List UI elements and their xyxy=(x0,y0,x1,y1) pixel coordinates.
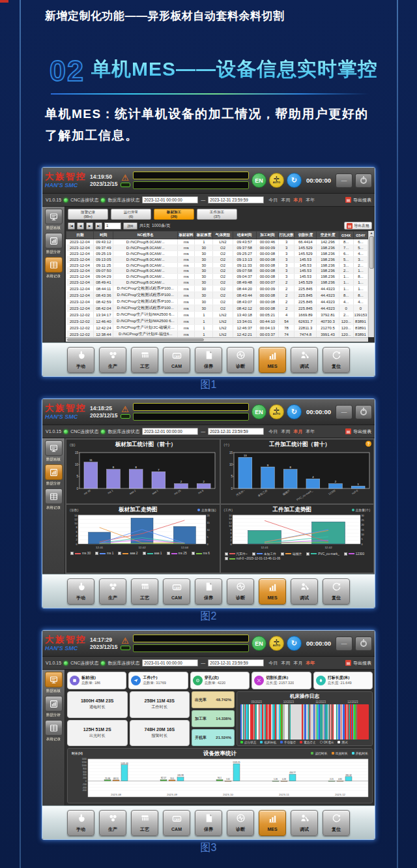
table-row[interactable]: 2023-12-0408:42:59D:/NCProg/交检测试程序/P100.… xyxy=(66,299,368,305)
toolbar-button-保养[interactable]: 保养 xyxy=(195,347,222,373)
toolbar-button-诊断[interactable]: 诊断 xyxy=(227,578,254,605)
table-row[interactable]: 2023-12-0213:34:17D:/NCProg/生产计划/MA2500 … xyxy=(66,312,368,318)
quick-range-link[interactable]: 本周 xyxy=(281,660,290,666)
sidebar-item-analysis[interactable]: 数据分析 xyxy=(45,233,63,255)
table-row[interactable]: 2023-12-0409:37:49D:/NCProg/8.0CAM/...ms… xyxy=(66,245,368,250)
legend-checkbox[interactable]: ✓ xyxy=(344,552,347,556)
toolbar-button-手动[interactable]: 手动 xyxy=(67,347,94,373)
quick-range-link[interactable]: 本周 xyxy=(281,197,290,203)
date-from-input[interactable]: 2023-12-01 00:00:00 xyxy=(142,428,198,435)
record-tab-0[interactable]: 报警记录(99+) xyxy=(68,209,108,220)
toolbar-button-复位[interactable]: 复位 xyxy=(323,578,350,605)
page-number-input[interactable]: 1 xyxy=(104,222,121,230)
toolbar-button-生产[interactable]: 生产 xyxy=(99,578,126,605)
date-to-input[interactable]: 2023-12-31 23:59:59 xyxy=(208,659,264,666)
table-row[interactable]: 2023-12-0409:11:25D:/NCProg/8.0CAM/...ms… xyxy=(66,262,368,268)
toolbar-button-生产[interactable]: 生产 xyxy=(99,347,126,373)
toolbar-button-复位[interactable]: 复位 xyxy=(323,347,350,373)
toolbar-button-手动[interactable]: 手动 xyxy=(67,810,94,836)
table-row[interactable]: 2023-12-0408:42:04D:/NCProg/交检测试程序/P100.… xyxy=(66,305,368,312)
first-page-button[interactable]: |◀ xyxy=(68,222,75,230)
toolbar-button-cam[interactable]: CAMCAM xyxy=(163,347,190,373)
quick-range-link[interactable]: 本月 xyxy=(293,660,302,666)
sync-button[interactable]: ↻ xyxy=(287,636,302,651)
quick-range-link[interactable]: 本年 xyxy=(306,428,315,435)
sidebar-item-records[interactable]: 表格记录 xyxy=(45,257,63,279)
record-tab-1[interactable]: 运行异常(6) xyxy=(111,209,151,220)
date-to-input[interactable]: 2023-12-31 23:59:59 xyxy=(208,428,264,435)
toolbar-button-调试[interactable]: 调试 xyxy=(291,810,318,836)
record-tab-3[interactable]: 工件加工(37) xyxy=(197,209,237,220)
vscroll-thumb[interactable] xyxy=(369,236,374,269)
legend-checkbox[interactable]: ✓ xyxy=(281,552,284,556)
legend-checkbox[interactable]: ✓ xyxy=(252,552,255,556)
quick-range-link[interactable]: 本年 xyxy=(306,197,315,203)
toolbar-button-工艺[interactable]: 工艺 xyxy=(131,347,158,373)
legend-checkbox[interactable]: ✓ xyxy=(118,552,121,555)
quick-range-link[interactable]: 本月 xyxy=(293,428,302,435)
minimize-button[interactable]: — xyxy=(336,405,352,419)
toolbar-button-调试[interactable]: 调试 xyxy=(291,347,318,373)
date-from-input[interactable]: 2023-12-01 00:00:00 xyxy=(142,196,198,203)
toolbar-button-cam[interactable]: CAMCAM xyxy=(163,578,190,605)
date-to-input[interactable]: 2023-12-31 23:59:59 xyxy=(208,196,264,203)
power-button[interactable] xyxy=(355,405,372,419)
legend-checkbox[interactable]: ✓ xyxy=(143,552,146,555)
export-report-button[interactable]: ▤导出报表 xyxy=(345,197,371,203)
power-button[interactable] xyxy=(355,173,372,188)
legend-checkbox[interactable]: ✓ xyxy=(225,552,228,556)
toolbar-button-诊断[interactable]: 诊断 xyxy=(227,810,254,836)
sidebar-item-dashboard[interactable]: 数据看板 xyxy=(45,440,63,462)
table-row[interactable]: 2023-12-0408:44:11D:/NCProg/交检测试程序/P100.… xyxy=(66,286,368,292)
table-row[interactable]: 2023-12-0409:07:50D:/NCProg/8.0CAM/...ms… xyxy=(66,268,368,274)
next-page-button[interactable]: ▶ xyxy=(86,222,93,230)
sync-button[interactable]: ↻ xyxy=(287,404,302,419)
record-tab-2[interactable]: 板材加工(26) xyxy=(154,209,194,220)
toolbar-button-复位[interactable]: 复位 xyxy=(323,810,350,836)
horizontal-scrollbar[interactable] xyxy=(66,337,368,342)
table-row[interactable]: 2023-12-0408:43:36D:/NCProg/交检测试程序/P100.… xyxy=(66,292,368,299)
toolbar-button-工艺[interactable]: 工艺 xyxy=(131,810,158,836)
toolbar-button-诊断[interactable]: 诊断 xyxy=(227,347,254,373)
sidebar-item-dashboard[interactable]: 数据看板 xyxy=(45,672,63,694)
toolbar-button-手动[interactable]: 手动 xyxy=(67,578,94,605)
table-row[interactable]: 2023-12-0409:13:05D:/NCProg/8.0CAM/...ms… xyxy=(66,256,368,262)
language-button[interactable]: EN xyxy=(252,173,266,188)
last-page-button[interactable]: ▶| xyxy=(95,222,102,230)
minimize-button[interactable]: — xyxy=(336,173,352,188)
minimize-button[interactable]: — xyxy=(336,636,352,651)
sidebar-item-analysis[interactable]: 数据分析 xyxy=(45,696,63,718)
quick-range-link[interactable]: 本月 xyxy=(293,197,302,203)
quick-range-link[interactable]: 今日 xyxy=(268,660,278,666)
auto-button[interactable]: ✛AUTO xyxy=(269,404,284,419)
hscroll-thumb[interactable] xyxy=(67,338,204,341)
sidebar-item-records[interactable]: 表格记录 xyxy=(45,720,63,742)
quick-range-link[interactable]: 今日 xyxy=(268,428,278,435)
toolbar-button-mes[interactable]: MES xyxy=(259,810,286,836)
toolbar-button-生产[interactable]: 生产 xyxy=(99,810,126,836)
auto-button[interactable]: ✛AUTO xyxy=(269,636,284,651)
date-from-input[interactable]: 2023-01-01 00:00:00 xyxy=(142,659,198,666)
quick-range-link[interactable]: 本年 xyxy=(306,660,315,666)
sidebar-item-analysis[interactable]: 数据分析 xyxy=(45,464,63,486)
sidebar-item-dashboard[interactable]: 数据看板 xyxy=(45,209,63,231)
power-button[interactable] xyxy=(355,636,372,651)
toolbar-button-cam[interactable]: CAMCAM xyxy=(163,810,190,836)
goto-page-button[interactable]: 跳转 xyxy=(123,222,137,230)
toolbar-button-调试[interactable]: 调试 xyxy=(291,578,318,605)
legend-checkbox[interactable]: ✓ xyxy=(70,552,74,555)
table-row[interactable]: 2023-12-0409:04:29D:/NCProg/8.0CAM/...ms… xyxy=(66,274,368,280)
toolbar-button-mes[interactable]: MES xyxy=(259,578,286,605)
legend-checkbox[interactable]: ✓ xyxy=(225,557,228,560)
table-row[interactable]: 2023-12-0212:38:44D:/NCProg/生产计划/F-福佳6..… xyxy=(66,331,368,337)
auto-button[interactable]: ✛AUTO xyxy=(269,173,284,188)
export-report-button[interactable]: ▤导出报表 xyxy=(345,660,371,666)
vertical-scrollbar[interactable]: ▲ xyxy=(368,231,374,337)
toolbar-button-mes[interactable]: MES xyxy=(259,347,286,373)
quick-range-link[interactable]: 今日 xyxy=(268,197,278,203)
sync-button[interactable]: ↻ xyxy=(287,173,302,188)
table-row[interactable]: 2023-12-0409:25:19D:/NCProg/8.0CAM/...ms… xyxy=(66,250,368,256)
table-row[interactable]: 2023-12-0212:42:24D:/NCProg/生产计划/JC-磁钢片.… xyxy=(66,325,368,331)
help-icon[interactable]: ? xyxy=(366,441,371,447)
toolbar-button-工艺[interactable]: 工艺 xyxy=(131,578,158,605)
